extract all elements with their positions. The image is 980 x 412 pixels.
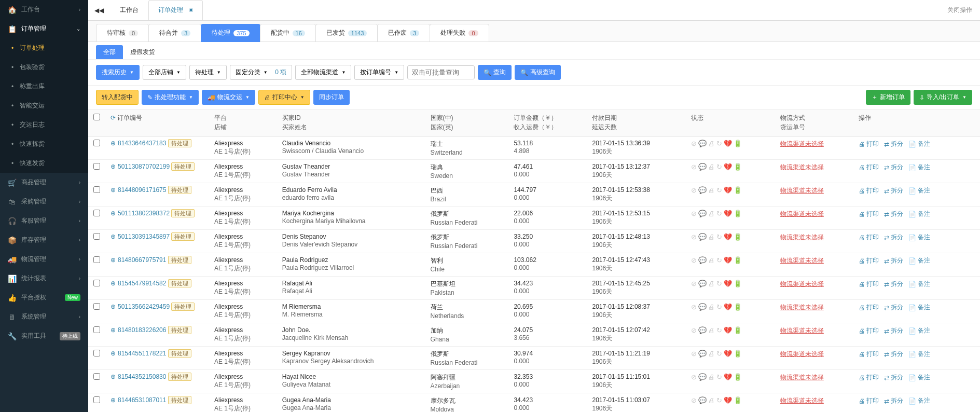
searchby-select[interactable]: 按订单编号▼ (354, 65, 404, 80)
print-action[interactable]: 🖨打印 (859, 373, 879, 382)
order-link[interactable]: ⊕ 501130391345897 (111, 233, 170, 240)
status-tab[interactable]: 配货中16 (260, 24, 316, 42)
sidebar-item[interactable]: 📦库存管理› (0, 230, 88, 250)
order-link[interactable]: ⊕ 81446531087011 (111, 396, 166, 404)
row-checkbox[interactable] (93, 186, 100, 193)
order-link[interactable]: ⊕ 81433646437183 (111, 140, 166, 147)
order-link[interactable]: ⊕ 501130870702199 (111, 163, 170, 170)
sidebar-item[interactable]: 🏠工作台› (0, 0, 88, 19)
print-action[interactable]: 🖨打印 (859, 163, 879, 172)
row-checkbox[interactable] (93, 163, 100, 170)
adv-query-button[interactable]: 🔍 高级查询 (515, 65, 561, 80)
row-checkbox[interactable] (93, 210, 100, 216)
remark-action[interactable]: 📄备注 (908, 280, 930, 289)
row-checkbox[interactable] (93, 373, 100, 380)
category-select[interactable]: 固定分类▼ 0 项 (230, 65, 293, 80)
filter-tab[interactable]: 全部 (96, 45, 123, 59)
print-action[interactable]: 🖨打印 (859, 186, 879, 195)
remark-action[interactable]: 📄备注 (908, 373, 930, 382)
remark-action[interactable]: 📄备注 (908, 350, 930, 359)
order-link[interactable]: ⊕ 81545479914582 (111, 280, 166, 287)
logistics-warning[interactable]: 物流渠道未选择 (780, 163, 824, 171)
row-checkbox[interactable] (93, 256, 100, 263)
sidebar-item[interactable]: 📋订单管理⌄ (0, 19, 88, 38)
split-action[interactable]: ⇄拆分 (884, 256, 903, 265)
remark-action[interactable]: 📄备注 (908, 303, 930, 312)
print-action[interactable]: 🖨打印 (859, 280, 879, 289)
order-link[interactable]: ⊕ 501113802398372 (111, 210, 170, 217)
remark-action[interactable]: 📄备注 (908, 326, 930, 335)
remark-action[interactable]: 📄备注 (908, 210, 930, 218)
split-action[interactable]: ⇄拆分 (884, 350, 903, 359)
remark-action[interactable]: 📄备注 (908, 396, 930, 405)
status-tab[interactable]: 已发货1143 (315, 24, 378, 42)
sidebar-sub-item[interactable]: 称重出库 (0, 77, 88, 96)
close-ops-link[interactable]: 关闭操作 (940, 6, 980, 15)
sidebar-item[interactable]: 🛒商品管理› (0, 173, 88, 192)
remark-action[interactable]: 📄备注 (908, 256, 930, 265)
print-action[interactable]: 🖨打印 (859, 350, 879, 359)
sidebar-sub-item[interactable]: 快速发货 (0, 154, 88, 173)
logistics-warning[interactable]: 物流渠道未选择 (780, 280, 824, 287)
remark-action[interactable]: 📄备注 (908, 233, 930, 242)
sidebar-item[interactable]: 🎧客服管理› (0, 211, 88, 230)
sidebar-item[interactable]: 🛍采购管理› (0, 192, 88, 211)
print-action[interactable]: 🖨打印 (859, 303, 879, 312)
logistics-warning[interactable]: 物流渠道未选择 (780, 327, 824, 334)
split-action[interactable]: ⇄拆分 (884, 396, 903, 405)
split-action[interactable]: ⇄拆分 (884, 140, 903, 148)
sync-order-button[interactable]: 同步订单 (313, 90, 350, 105)
split-action[interactable]: ⇄拆分 (884, 233, 903, 242)
sidebar-sub-item[interactable]: 订单处理 (0, 38, 88, 58)
status-select[interactable]: 待处理▼ (189, 65, 227, 80)
order-link[interactable]: ⊕ 81448096171675 (111, 186, 166, 194)
row-checkbox[interactable] (93, 233, 100, 240)
sidebar-item[interactable]: 📊统计报表› (0, 269, 88, 288)
print-action[interactable]: 🖨打印 (859, 210, 879, 218)
order-link[interactable]: ⊕ 81480667975791 (111, 256, 166, 264)
split-action[interactable]: ⇄拆分 (884, 303, 903, 312)
remark-action[interactable]: 📄备注 (908, 186, 930, 195)
row-checkbox[interactable] (93, 303, 100, 310)
print-action[interactable]: 🖨打印 (859, 140, 879, 148)
sidebar-sub-item[interactable]: 交运日志 (0, 115, 88, 134)
sidebar-collapse-icon[interactable]: ◀◀ (88, 7, 110, 14)
sidebar-item[interactable]: 🖥系统管理› (0, 307, 88, 326)
order-link[interactable]: ⊕ 81544551178221 (111, 350, 166, 357)
status-tab[interactable]: 处理失败0 (430, 24, 489, 42)
import-export-button[interactable]: ⇩ 导入/出订单 ▼ (914, 90, 972, 105)
split-action[interactable]: ⇄拆分 (884, 210, 903, 218)
logistics-warning[interactable]: 物流渠道未选择 (780, 257, 824, 264)
status-tab[interactable]: 待合并3 (148, 24, 201, 42)
remark-action[interactable]: 📄备注 (908, 163, 930, 172)
sidebar-sub-item[interactable]: 快速拣货 (0, 134, 88, 154)
logistics-warning[interactable]: 物流渠道未选择 (780, 140, 824, 147)
order-link[interactable]: ⊕ 501135662429459 (111, 303, 170, 310)
filter-tab[interactable]: 虚假发货 (123, 45, 162, 59)
print-action[interactable]: 🖨打印 (859, 396, 879, 405)
split-action[interactable]: ⇄拆分 (884, 326, 903, 335)
logistics-warning[interactable]: 物流渠道未选择 (780, 304, 824, 311)
sidebar-sub-item[interactable]: 包装验货 (0, 58, 88, 77)
row-checkbox[interactable] (93, 350, 100, 356)
query-button[interactable]: 🔍 查询 (478, 65, 512, 80)
select-all-checkbox[interactable] (93, 114, 100, 120)
batch-search-input[interactable] (407, 65, 475, 79)
sidebar-item[interactable]: 🔧实用工具待上线 (0, 326, 88, 346)
tab-workspace[interactable]: 工作台 (110, 0, 148, 20)
row-checkbox[interactable] (93, 326, 100, 333)
order-link[interactable]: ⊕ 81544352150830 (111, 373, 166, 380)
sidebar-sub-item[interactable]: 智能交运 (0, 96, 88, 115)
batch-func-button[interactable]: ✎ 批处理功能 ▼ (142, 90, 199, 105)
row-checkbox[interactable] (93, 140, 100, 146)
logistics-button[interactable]: 🚚 物流交运 ▼ (202, 90, 255, 105)
print-center-button[interactable]: 🖨 打印中心 ▼ (258, 90, 310, 105)
close-icon[interactable]: ✖ (189, 7, 193, 13)
status-tab[interactable]: 待审核0 (96, 24, 149, 42)
split-action[interactable]: ⇄拆分 (884, 186, 903, 195)
split-action[interactable]: ⇄拆分 (884, 163, 903, 172)
status-tab[interactable]: 已作废3 (377, 24, 430, 42)
sidebar-item[interactable]: 🚚物流管理› (0, 250, 88, 269)
logistics-warning[interactable]: 物流渠道未选择 (780, 374, 824, 381)
channel-select[interactable]: 全部物流渠道▼ (295, 65, 351, 80)
